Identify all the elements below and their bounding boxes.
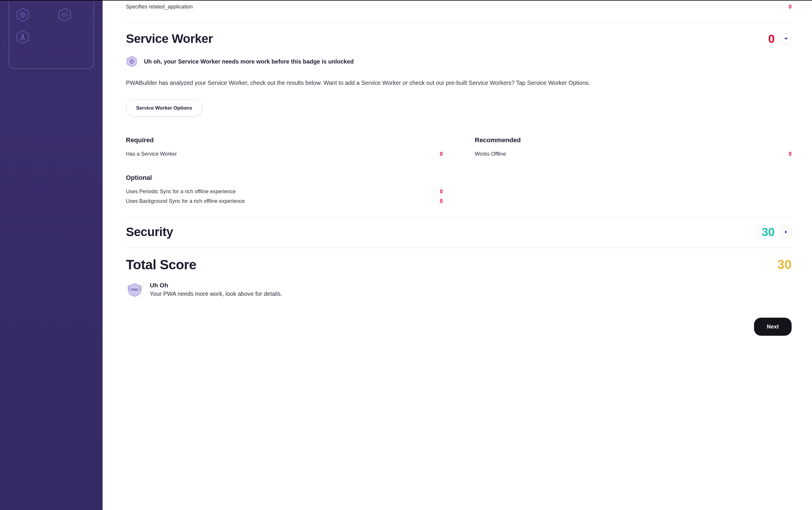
check-row: Works Offline 0: [475, 149, 791, 159]
service-worker-section: Service Worker 0 Uh oh, your Servic: [126, 23, 791, 217]
security-section: Security 30: [126, 217, 791, 248]
total-score: 30: [777, 257, 791, 272]
svg-marker-7: [785, 230, 787, 234]
expand-button[interactable]: [781, 227, 791, 238]
sidebar-badge-panel: [9, 2, 94, 69]
check-label: Specifies related_application: [126, 4, 193, 10]
section-header: Service Worker 0: [126, 32, 791, 46]
check-value: 0: [440, 151, 443, 157]
check-label: Uses Background Sync for a rich offline …: [126, 198, 245, 204]
pwa-shield-icon: PWA: [126, 283, 143, 297]
check-row: Specifies related_application 0: [126, 2, 791, 12]
column-heading: Recommended: [475, 137, 791, 144]
total-badge-row: PWA Uh Oh Your PWA needs more work, look…: [126, 282, 791, 297]
svg-text:PWA: PWA: [132, 288, 138, 292]
service-worker-options-button[interactable]: Service Worker Options: [126, 100, 202, 117]
section-score: 0: [768, 32, 775, 46]
section-score: 30: [762, 226, 775, 239]
globe-badge-icon: [16, 7, 30, 22]
rocket-badge-icon: [16, 30, 30, 44]
uhoh-title: Uh Oh: [150, 282, 282, 289]
check-label: Works Offline: [475, 151, 506, 157]
svg-marker-4: [784, 38, 788, 40]
check-label: Uses Periodic Sync for a rich offline ex…: [126, 188, 236, 195]
column-heading: Required: [126, 137, 443, 144]
total-score-section: Total Score 30 PWA Uh Oh Your PWA needs …: [126, 248, 791, 344]
check-row: Uses Background Sync for a rich offline …: [126, 197, 443, 206]
section-title: Service Worker: [126, 32, 213, 46]
column-heading: Optional: [126, 174, 443, 182]
check-value: 0: [789, 151, 791, 157]
badge-status-row: Uh oh, your Service Worker needs more wo…: [126, 56, 791, 67]
check-value: 0: [440, 198, 443, 204]
service-worker-badge-icon: [126, 56, 138, 67]
code-badge-icon: [57, 7, 72, 22]
check-value: 0: [440, 188, 443, 195]
section-description: PWABuilder has analyzed your Service Wor…: [126, 79, 778, 87]
main-content: Contains an IARC ID 0 Specifies related_…: [103, 1, 812, 510]
check-row: Contains an IARC ID 0: [126, 1, 791, 2]
total-header: Total Score 30: [126, 257, 791, 272]
chevron-down-icon: [784, 37, 788, 40]
total-title: Total Score: [126, 257, 197, 272]
collapse-button[interactable]: [781, 33, 791, 44]
check-row: Has a Service Worker 0: [126, 149, 443, 159]
uhoh-description: Your PWA needs more work, look above for…: [150, 291, 282, 297]
check-value: 0: [789, 4, 791, 10]
check-row: Uses Periodic Sync for a rich offline ex…: [126, 187, 443, 197]
check-label: Has a Service Worker: [126, 151, 177, 157]
check-columns: Required Has a Service Worker 0 Optional…: [126, 137, 791, 206]
next-button[interactable]: Next: [754, 318, 791, 336]
section-header: Security 30: [126, 225, 791, 239]
recommended-column: Recommended Works Offline 0: [475, 137, 791, 206]
sidebar: [0, 1, 103, 510]
app-root: Contains an IARC ID 0 Specifies related_…: [0, 0, 812, 510]
required-column: Required Has a Service Worker 0 Optional…: [126, 137, 443, 206]
previous-section-tail: Contains an IARC ID 0 Specifies related_…: [126, 1, 791, 23]
section-title: Security: [126, 225, 173, 239]
chevron-right-icon: [784, 230, 788, 234]
badge-message: Uh oh, your Service Worker needs more wo…: [144, 58, 354, 65]
